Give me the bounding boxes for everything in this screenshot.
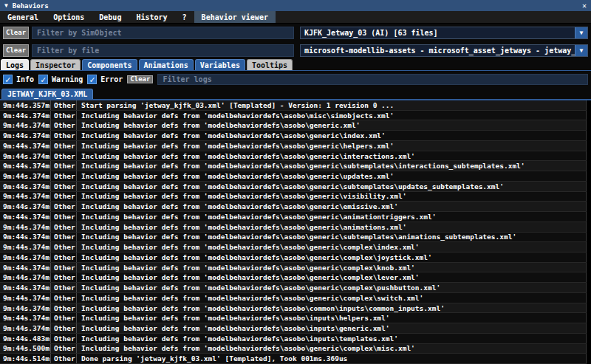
collapse-icon[interactable]: ▼ [4,3,8,9]
menu-item-history[interactable]: History [129,11,174,23]
error-checkbox-label: Error [100,75,123,83]
document-tab[interactable]: JETWAY_KJFK_03.XML [1,89,93,99]
log-row[interactable]: 9m:44s.374msOtherIncluding behavior defs… [0,323,587,334]
log-time-cell: 9m:44s.374ms [0,263,51,272]
log-row[interactable]: 9m:44s.483msOtherIncluding behavior defs… [0,334,587,344]
log-row[interactable]: 9m:44s.374msOtherIncluding behavior defs… [0,120,587,131]
log-row[interactable]: 9m:44s.374msOtherIncluding behavior defs… [0,263,587,273]
log-message-cell: Including behavior defs from 'modelbehav… [77,293,586,303]
log-message-cell: Including behavior defs from 'modelbehav… [77,242,586,252]
log-type-cell: Other [51,242,77,252]
log-time-cell: 9m:44s.374ms [0,303,51,313]
clear-simobject-filter-button[interactable]: Clear [3,27,29,39]
info-checkbox-label: Info [16,75,34,83]
tab-variables[interactable]: Variables [195,59,245,70]
log-type-cell: Other [51,182,77,191]
chevron-down-icon[interactable]: ▼ [575,27,587,38]
log-time-cell: 9m:44s.374ms [0,233,51,242]
log-type-cell: Other [51,334,77,343]
log-row[interactable]: 9m:44s.374msOtherIncluding behavior defs… [0,202,587,212]
log-row[interactable]: 9m:44s.374msOtherIncluding behavior defs… [0,212,587,222]
log-message-cell: Including behavior defs from 'modelbehav… [77,334,586,343]
log-message-cell: Including behavior defs from 'modelbehav… [77,253,586,262]
log-type-cell: Other [51,323,77,333]
log-message-cell: Including behavior defs from 'modelbehav… [77,283,586,292]
log-row[interactable]: 9m:44s.374msOtherIncluding behavior defs… [0,182,587,192]
info-checkbox[interactable]: ✓ [3,75,13,84]
log-row[interactable]: 9m:44s.374msOtherIncluding behavior defs… [0,293,587,303]
log-message-cell: Including behavior defs from 'modelbehav… [77,111,586,120]
log-type-cell: Other [51,131,77,140]
filters-section: Clear KJFK_Jetway_03 (AI) [63 files] ▼ C… [0,24,591,59]
log-time-cell: 9m:44s.374ms [0,192,51,202]
log-row[interactable]: 9m:44s.374msOtherIncluding behavior defs… [0,242,587,253]
log-time-cell: 9m:44s.514ms [0,354,51,363]
log-time-cell: 9m:44s.374ms [0,212,51,222]
log-row[interactable]: 9m:44s.374msOtherIncluding behavior defs… [0,233,587,243]
close-icon[interactable]: ✕ [582,1,587,10]
file-filter-input[interactable] [32,44,294,57]
log-row[interactable]: 9m:44s.374msOtherIncluding behavior defs… [0,111,587,121]
menu-item-options[interactable]: Options [46,11,92,23]
log-type-cell: Other [51,253,77,262]
log-message-cell: Including behavior defs from 'modelbehav… [77,202,586,211]
log-type-cell: Other [51,120,77,130]
simobject-dropdown[interactable]: KJFK_Jetway_03 (AI) [63 files] ▼ [300,27,588,39]
tab-logs[interactable]: Logs [1,59,29,70]
log-row[interactable]: 9m:44s.374msOtherIncluding behavior defs… [0,171,587,182]
log-time-cell: 9m:44s.374ms [0,182,51,191]
tab-animations[interactable]: Animations [139,59,194,70]
simobject-filter-group: Clear [3,27,294,39]
log-message-cell: Start parsing 'jetway_kjfk_03.xml' [Temp… [77,100,586,110]
chevron-down-icon[interactable]: ▼ [575,45,587,56]
log-row[interactable]: 9m:44s.374msOtherIncluding behavior defs… [0,131,587,141]
log-row[interactable]: 9m:44s.374msOtherIncluding behavior defs… [0,303,587,314]
log-row[interactable]: 9m:44s.374msOtherIncluding behavior defs… [0,192,587,202]
log-type-cell: Other [51,202,77,211]
log-time-cell: 9m:44s.374ms [0,161,51,171]
severity-checkboxes: ✓Info✓Warning✓Error [3,75,123,84]
log-time-cell: 9m:44s.374ms [0,131,51,140]
clear-file-filter-button[interactable]: Clear [3,44,29,57]
file-filter-group: Clear [3,44,294,57]
log-row[interactable]: 9m:44s.374msOtherIncluding behavior defs… [0,313,587,323]
log-row[interactable]: 9m:44s.500msOtherIncluding behavior defs… [0,344,587,354]
menu-item-debug[interactable]: Debug [92,11,129,23]
document-tab-row: JETWAY_KJFK_03.XML [0,88,591,100]
log-time-cell: 9m:44s.374ms [0,323,51,333]
log-message-cell: Including behavior defs from 'modelbehav… [77,161,586,171]
log-message-cell: Including behavior defs from 'modelbehav… [77,222,586,232]
log-table[interactable]: 9m:44s.357msOtherStart parsing 'jetway_k… [0,100,591,364]
simobject-filter-input[interactable] [32,27,294,39]
log-row[interactable]: 9m:44s.374msOtherIncluding behavior defs… [0,253,587,263]
tab-inspector[interactable]: Inspector [30,59,81,70]
log-row[interactable]: 9m:44s.374msOtherIncluding behavior defs… [0,283,587,293]
log-message-cell: Including behavior defs from 'modelbehav… [77,233,586,242]
clear-logs-button[interactable]: Clear [127,75,153,83]
log-row[interactable]: 9m:44s.374msOtherIncluding behavior defs… [0,141,587,151]
menu-item-general[interactable]: General [0,11,46,23]
menu-item-[interactable]: ? [175,11,194,23]
tab-components[interactable]: Components [82,59,137,70]
error-checkbox[interactable]: ✓ [87,75,97,84]
warning-checkbox[interactable]: ✓ [38,75,48,84]
log-filter-input[interactable] [157,74,588,85]
log-type-cell: Other [51,293,77,303]
tab-tooltips[interactable]: Tooltips [247,59,293,70]
log-row[interactable]: 9m:44s.374msOtherIncluding behavior defs… [0,272,587,283]
log-type-cell: Other [51,100,77,110]
log-row[interactable]: 9m:44s.374msOtherIncluding behavior defs… [0,151,587,162]
log-type-cell: Other [51,303,77,313]
log-row[interactable]: 9m:44s.374msOtherIncluding behavior defs… [0,161,587,171]
log-time-cell: 9m:44s.374ms [0,151,51,161]
log-row[interactable]: 9m:44s.514msOtherDone parsing 'jetway_kj… [0,354,587,364]
menu-item-behavior-viewer[interactable]: Behavior viewer [194,11,276,23]
log-message-cell: Including behavior defs from 'modelbehav… [77,151,586,161]
log-type-cell: Other [51,212,77,222]
log-row[interactable]: 9m:44s.357msOtherStart parsing 'jetway_k… [0,100,587,111]
log-message-cell: Including behavior defs from 'modelbehav… [77,263,586,272]
file-dropdown[interactable]: microsoft-modellib-assets - microsoft_as… [300,44,588,57]
log-time-cell: 9m:44s.357ms [0,100,51,110]
checkbox-group-error: ✓Error [87,75,123,84]
log-row[interactable]: 9m:44s.374msOtherIncluding behavior defs… [0,222,587,233]
